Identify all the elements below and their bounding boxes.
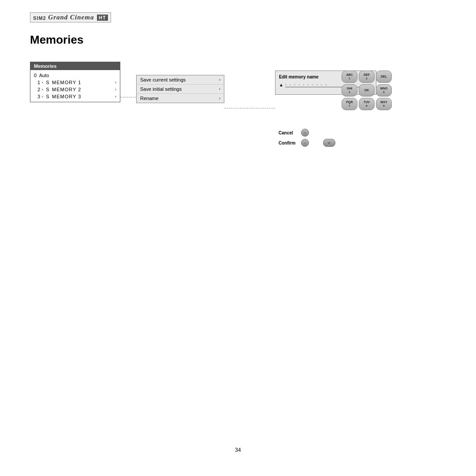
connector-line-2 [224,108,275,108]
submenu-label: Save current settings [140,77,186,82]
memory-num: 0 [34,73,37,78]
arrow-left-icon: ‹ [42,80,43,85]
page-number: 34 [235,447,241,453]
keypad: ABC1 DEF2 DEL GHI4 OK MNO6 PQR7 TUV8 WXY… [342,71,392,138]
memory-name: MEMORY 3 [52,94,113,99]
submenu-arrow-icon: › [219,78,220,82]
submenu-label: Rename [140,96,159,101]
key-mno[interactable]: MNO6 [376,84,392,97]
arrow-right-icon: › [115,87,116,92]
enter-button[interactable]: ↵ [323,139,335,147]
memory-num: 1 [34,80,40,85]
cancel-confirm-area: Cancel ○ Confirm ○ ↵ [279,129,335,147]
arrow-right-icon: › [115,80,116,85]
logo-sim2: SIM2 [33,15,46,21]
confirm-label: Confirm [279,141,298,145]
submenu-item-rename[interactable]: Rename › [137,94,224,103]
memory-s-label: S [45,87,50,92]
page-title: Memories [30,33,83,47]
key-wxy[interactable]: WXY9 [376,98,392,110]
arrow-left-icon: ‹ [42,87,43,92]
submenu-label: Save initial settings [140,86,182,92]
logo: SIM2 Grand Cinema HT [30,12,111,22]
submenu-item-save-current[interactable]: Save current settings › [137,75,224,85]
memory-name: MEMORY 1 [52,80,113,85]
list-item[interactable]: 0 Auto [30,72,120,79]
key-pqr[interactable]: PQR7 [342,98,357,110]
memory-num: 3 [34,94,40,99]
key-ok[interactable]: OK [359,84,375,97]
logo-grand: Grand Cinema [48,14,94,21]
key-abc[interactable]: ABC1 [342,71,357,83]
memories-box-body: 0 Auto 1 ‹ S MEMORY 1 › 2 ‹ S MEMORY 2 ›… [30,70,120,102]
logo-ht: HT [97,15,108,21]
key-ghi[interactable]: GHI4 [342,84,357,97]
submenu-box: Save current settings › Save initial set… [136,75,224,103]
memory-s-label: S [45,94,50,99]
list-item[interactable]: 1 ‹ S MEMORY 1 › [30,79,120,86]
key-def[interactable]: DEF2 [359,71,375,83]
memory-name: Auto [39,73,49,78]
memories-box: Memories 0 Auto 1 ‹ S MEMORY 1 › 2 ‹ S M… [30,62,120,102]
list-item[interactable]: 2 ‹ S MEMORY 2 › [30,86,120,93]
list-item[interactable]: 3 ‹ S MEMORY 3 › [30,93,120,100]
submenu-item-save-initial[interactable]: Save initial settings › [137,85,224,94]
submenu-arrow-icon: › [219,96,220,100]
confirm-button[interactable]: ○ [301,139,309,147]
arrow-left-icon: ‹ [42,94,43,99]
memories-box-header: Memories [30,62,120,70]
cancel-button[interactable]: ○ [301,129,309,137]
key-del[interactable]: DEL [376,71,392,83]
connector-line-1 [120,97,136,97]
cancel-label: Cancel [279,130,298,135]
memory-num: 2 [34,87,40,92]
memory-s-label: S [45,80,50,85]
submenu-arrow-icon: › [219,87,220,91]
memory-name: MEMORY 2 [52,87,113,92]
edit-cursor-icon: ▲ [279,82,283,87]
key-tuv[interactable]: TUV8 [359,98,375,110]
arrow-right-icon: › [115,94,116,99]
